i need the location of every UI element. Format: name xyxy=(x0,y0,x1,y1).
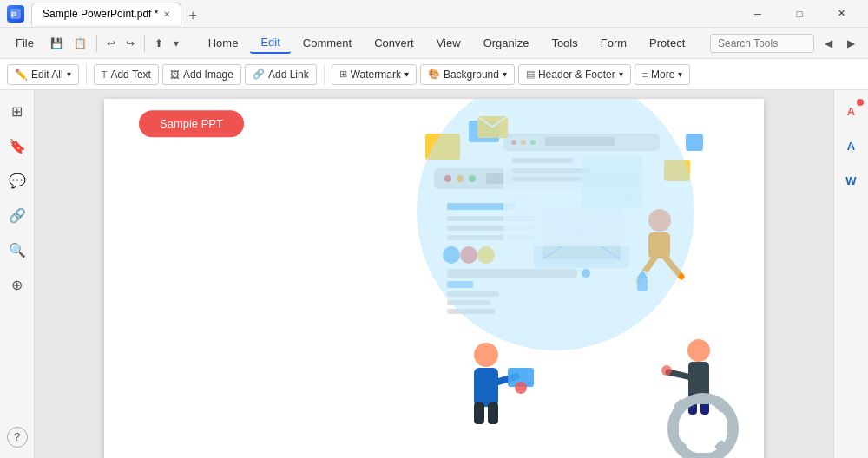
add-text-button[interactable]: T Add Text xyxy=(94,64,159,85)
svg-rect-58 xyxy=(727,422,738,435)
watermark-button[interactable]: ⊞ Watermark xyxy=(332,64,417,85)
nav-tabs: Home Edit Comment Convert View Organize … xyxy=(187,32,707,54)
toolbar-sep4 xyxy=(324,64,325,85)
menubar: File 💾 📋 ↩ ↪ ⬆ ▾ Home Edit Comment Conve… xyxy=(0,28,868,59)
toolbar-group: 💾 📋 ↩ ↪ ⬆ ▾ xyxy=(46,35,183,52)
nav-form[interactable]: Form xyxy=(590,33,637,53)
upload-button[interactable]: ⬆ xyxy=(150,35,168,52)
undo-button[interactable]: ↩ xyxy=(102,35,120,52)
comment-sidebar-icon[interactable]: 💬 xyxy=(3,167,31,194)
pdf-page: Sample PowerPoint Sample PPT xyxy=(104,99,764,458)
window-controls: ─ □ ✕ xyxy=(738,0,861,28)
file-menu[interactable]: File xyxy=(7,33,43,53)
save2-button[interactable]: 📋 xyxy=(69,35,91,52)
edit-all-button[interactable]: ✏️ Edit All xyxy=(7,64,79,85)
minimize-button[interactable]: ─ xyxy=(738,0,778,28)
layers-icon[interactable]: ⊕ xyxy=(3,271,31,298)
back-nav-button[interactable]: ◀ xyxy=(818,33,838,54)
add-image-button[interactable]: 🖼 Add Image xyxy=(162,64,241,85)
toolbar-sep3 xyxy=(86,64,87,85)
svg-point-36 xyxy=(474,343,498,367)
edit-toolbar: ✏️ Edit All T Add Text 🖼 Add Image 🔗 Add… xyxy=(0,59,868,90)
nav-protect[interactable]: Protect xyxy=(639,33,695,53)
toolbar-sep2 xyxy=(144,35,145,52)
search-sidebar-icon[interactable]: 🔍 xyxy=(3,236,31,264)
content-area: Sample PowerPoint Sample PPT xyxy=(35,90,833,458)
ai-red-icon[interactable]: A xyxy=(838,97,865,125)
header-footer-button[interactable]: ▤ Header & Footer xyxy=(518,64,631,85)
tab-label: Sample PowerPoint.pdf * xyxy=(43,8,158,20)
forward-nav-button[interactable]: ▶ xyxy=(840,33,861,54)
save-button[interactable]: 💾 xyxy=(46,35,68,52)
nav-organize[interactable]: Organize xyxy=(473,33,540,53)
svg-rect-57 xyxy=(668,422,679,435)
link-sidebar-icon[interactable]: 🔗 xyxy=(3,201,31,229)
svg-point-54 xyxy=(690,415,716,442)
nav-view[interactable]: View xyxy=(426,33,471,53)
svg-rect-34 xyxy=(686,134,703,151)
slide-text-area: Sample PowerPoint Sample PPT xyxy=(139,99,398,138)
more-tools-button[interactable]: ▾ xyxy=(169,35,183,52)
search-tools-input[interactable] xyxy=(710,34,814,53)
new-tab-button[interactable]: + xyxy=(183,6,201,25)
background-button[interactable]: 🎨 Background xyxy=(420,64,515,85)
nav-edit[interactable]: Edit xyxy=(250,32,290,54)
toolbar-sep1 xyxy=(96,35,97,52)
svg-rect-55 xyxy=(696,394,710,404)
add-link-button[interactable]: 🔗 Add Link xyxy=(245,64,317,85)
left-sidebar: ⊞ 🔖 💬 🔗 🔍 ⊕ ? xyxy=(0,90,35,458)
nav-home[interactable]: Home xyxy=(198,33,249,53)
active-tab[interactable]: Sample PowerPoint.pdf * ✕ xyxy=(31,3,181,25)
svg-point-42 xyxy=(515,382,527,394)
slide-button[interactable]: Sample PPT xyxy=(139,111,244,138)
app-logo: P xyxy=(7,5,24,23)
nav-comment[interactable]: Comment xyxy=(293,33,362,53)
nav-convert[interactable]: Convert xyxy=(364,33,424,53)
svg-rect-56 xyxy=(696,453,710,458)
bookmark-icon[interactable]: 🔖 xyxy=(3,132,31,160)
close-button[interactable]: ✕ xyxy=(821,0,861,28)
pages-icon[interactable]: ⊞ xyxy=(3,97,31,125)
redo-button[interactable]: ↪ xyxy=(122,35,139,52)
notification-badge xyxy=(857,99,864,106)
maximize-button[interactable]: □ xyxy=(779,0,819,28)
ai-blue-icon[interactable]: A xyxy=(838,132,865,160)
svg-text:P: P xyxy=(11,10,16,19)
svg-point-52 xyxy=(661,365,672,376)
main-area: ⊞ 🔖 💬 🔗 🔍 ⊕ ? Sample PowerPoint xyxy=(0,90,868,458)
sidebar-bottom: ? xyxy=(7,423,28,451)
titlebar: P Sample PowerPoint.pdf * ✕ + ─ □ ✕ xyxy=(0,0,868,28)
help-icon[interactable]: ? xyxy=(7,427,28,448)
right-panel: A A W xyxy=(833,90,868,458)
svg-rect-38 xyxy=(474,402,484,424)
svg-rect-39 xyxy=(488,402,498,424)
tab-close-btn[interactable]: ✕ xyxy=(163,10,170,19)
search-nav: ◀ ▶ xyxy=(818,33,861,54)
tab-container: Sample PowerPoint.pdf * ✕ + xyxy=(31,3,731,25)
more-button[interactable]: ≡ More xyxy=(635,64,691,85)
word-icon[interactable]: W xyxy=(838,167,865,194)
search-tools-area: ◀ ▶ xyxy=(710,33,861,54)
svg-point-47 xyxy=(687,339,710,362)
nav-tools[interactable]: Tools xyxy=(541,33,588,53)
